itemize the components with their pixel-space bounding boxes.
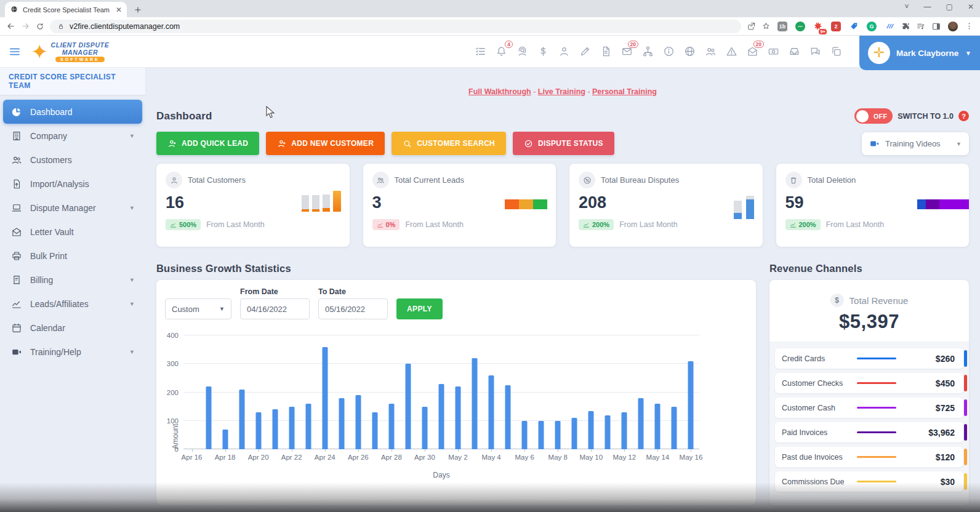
chart-bar-may-1[interactable] [439,384,444,449]
sidebar-item-customers[interactable]: Customers [3,148,142,172]
chart-bar-apr-25[interactable] [339,398,344,449]
sidebar-item-training-help[interactable]: Training/Help▼ [3,340,142,364]
chart-bar-may-9[interactable] [572,418,577,449]
share-icon[interactable] [747,22,756,31]
extension-red-tag[interactable]: 2 [830,20,842,33]
info-icon[interactable] [663,46,675,57]
payments-icon[interactable] [537,46,549,57]
chat-icon[interactable] [809,46,821,57]
side-panel-icon[interactable] [931,22,941,31]
tab-close-icon[interactable]: ✕ [116,6,122,14]
sidebar-item-leads-affiliates[interactable]: Leads/Affiliates▼ [3,292,142,316]
chart-bar-apr-22[interactable] [289,407,294,449]
sidebar-item-dashboard[interactable]: Dashboard [3,100,142,124]
chart-bar-apr-30[interactable] [422,407,427,449]
chart-bar-may-16[interactable] [688,361,694,449]
link-personal-training[interactable]: Personal Training [592,87,657,96]
chart-bar-may-13[interactable] [638,398,644,449]
documents-icon[interactable] [600,46,612,57]
chart-bar-may-14[interactable] [655,404,661,449]
chart-bar-may-4[interactable] [489,375,494,449]
reading-list-icon[interactable] [916,22,926,31]
notifications-bell-icon[interactable]: 4 [496,46,507,57]
team-icon[interactable] [705,46,717,57]
chart-bar-apr-26[interactable] [355,395,361,449]
add-new-customer-button[interactable]: ADD NEW CUSTOMER [266,132,385,155]
chart-bar-may-8[interactable] [555,421,561,449]
chart-bar-may-15[interactable] [672,407,677,449]
add-quick-lead-button[interactable]: ADD QUICK LEAD [156,132,259,155]
affiliate-network-icon[interactable] [642,46,654,57]
chart-bar-apr-23[interactable] [305,404,311,449]
web-icon[interactable] [684,46,696,57]
chart-bar-apr-29[interactable] [405,364,411,449]
link-full-walkthrough[interactable]: Full Walkthrough [468,87,531,96]
tab-search-caret-icon[interactable]: ˅ [905,2,909,11]
customer-search-button[interactable]: CUSTOMER SEARCH [392,132,506,155]
extension-waves[interactable] [883,20,896,33]
chart-bar-apr-20[interactable] [255,412,261,449]
messages-icon[interactable]: 20 [621,46,633,57]
chart-bar-apr-17[interactable] [206,386,211,449]
compose-icon[interactable] [579,46,591,57]
chart-bar-may-6[interactable] [522,421,528,449]
chart-bar-apr-21[interactable] [272,409,278,449]
link-live-training[interactable]: Live Training [538,87,585,96]
chart-bar-apr-18[interactable] [222,430,228,449]
forward-icon[interactable] [21,22,30,31]
sidebar-item-calendar[interactable]: Calendar [3,316,142,340]
back-icon[interactable] [6,22,15,31]
chart-bar-may-7[interactable] [539,421,544,449]
mail-open-icon[interactable]: 20 [747,46,758,57]
sidebar-item-import-analysis[interactable]: Import/Analysis [3,172,142,196]
sidebar-item-billing[interactable]: Billing▼ [3,268,142,292]
app-logo[interactable]: ✦ CLIENT DISPUTE MANAGER SOFTWARE [31,41,109,62]
extension-blue-tag[interactable] [848,20,860,33]
extension-onetab[interactable]: 1b [776,20,789,33]
apply-button[interactable]: APPLY [396,298,443,319]
chart-bar-may-12[interactable] [622,412,627,449]
alerts-icon[interactable] [726,46,737,57]
user-menu[interactable]: ✛ Mark Clayborne ▼ [859,36,980,70]
help-question-badge[interactable]: ? [958,111,969,121]
chart-bar-may-2[interactable] [456,386,461,449]
new-tab-button[interactable] [132,4,144,16]
support-agent-icon[interactable] [516,46,528,57]
chart-bar-apr-24[interactable] [322,347,327,450]
tasks-icon[interactable] [475,46,486,57]
sidebar-item-letter-vault[interactable]: Letter Vault [3,220,142,244]
bookmark-star-icon[interactable] [761,22,771,31]
dispute-status-button[interactable]: DISPUTE STATUS [513,132,614,155]
extensions-puzzle-icon[interactable] [901,22,910,31]
extension-starburst[interactable]: 9+ [812,20,824,33]
browser-menu-kebab-icon[interactable] [965,22,974,31]
inbox-icon[interactable] [789,46,800,57]
window-close-icon[interactable]: ✕ [968,2,974,11]
copy-icon[interactable] [830,46,842,57]
chart-bar-apr-19[interactable] [239,390,244,449]
sidebar-toggle-hamburger-icon[interactable] [9,46,21,58]
version-toggle[interactable]: OFF [854,108,893,124]
cash-icon[interactable] [768,46,779,57]
sidebar-item-dispute-manager[interactable]: Dispute Manager▼ [3,196,142,220]
chart-bar-may-11[interactable] [605,415,611,450]
chart-bar-may-10[interactable] [588,411,594,449]
window-minimize-icon[interactable]: — [924,2,931,11]
client-icon[interactable] [558,46,570,57]
extension-grammarly[interactable]: G [866,20,878,33]
window-maximize-icon[interactable]: ▢ [946,2,953,11]
browser-tab[interactable]: Credit Score Specialist Team ✕ [5,2,127,17]
sidebar-item-company[interactable]: Company▼ [3,124,142,148]
chart-bar-apr-28[interactable] [388,404,394,449]
chart-bar-may-5[interactable] [505,385,511,449]
training-videos-dropdown[interactable]: Training Videos ▼ [862,132,969,155]
from-date-input[interactable]: 04/16/2022 [240,298,310,319]
to-date-input[interactable]: 05/16/2022 [318,298,388,319]
sidebar-item-bulk-print[interactable]: Bulk Print [3,244,142,268]
chart-bar-apr-27[interactable] [372,412,377,449]
address-bar[interactable]: v2fire.clientdisputemanager.com [50,20,741,33]
browser-profile-avatar[interactable] [947,20,959,33]
chart-bar-may-3[interactable] [472,358,478,449]
reload-icon[interactable] [36,22,44,31]
range-select[interactable]: Custom ▼ [165,298,231,319]
